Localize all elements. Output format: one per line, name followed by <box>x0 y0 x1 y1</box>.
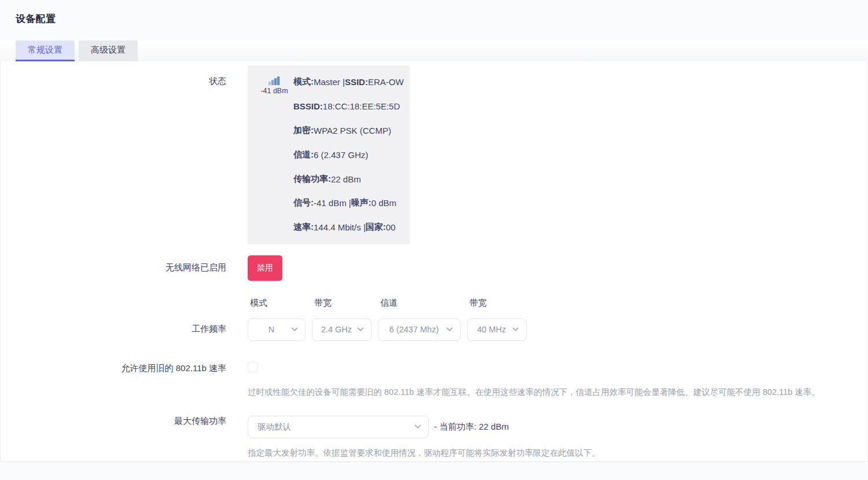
status-line-segment: 噪声: <box>351 197 372 208</box>
tx-power-select-value: 驱动默认 <box>256 422 411 433</box>
wifi-signal-icon <box>268 76 281 86</box>
frequency-select-value: 2.4 GHz <box>321 325 354 334</box>
frequency-select[interactable]: N <box>248 318 306 341</box>
status-line: 信号: -41 dBm | 噪声: 0 dBm <box>293 191 404 215</box>
legacy-rates-checkbox[interactable] <box>248 362 258 372</box>
status-detail-lines: 模式: Master | SSID: ERA-OWBSSID: 18:CC:18… <box>293 70 404 240</box>
status-line-segment: 传输功率: <box>293 174 331 185</box>
tx-power-row: 最大传输功率 驱动默认 - 当前功率: 22 dBm 指定最大发射功率。依据监管… <box>1 416 867 459</box>
disable-wireless-button[interactable]: 禁用 <box>248 255 282 281</box>
status-line: 信道: 6 (2.437 GHz) <box>293 142 404 167</box>
status-line: BSSID: 18:CC:18:EE:5E:5D <box>293 94 404 119</box>
status-line: 传输功率: 22 dBm <box>293 167 404 191</box>
chevron-down-icon <box>512 327 519 332</box>
frequency-select[interactable]: 6 (2437 Mhz) <box>378 318 461 341</box>
chevron-down-icon <box>414 424 421 429</box>
signal-strength-indicator: -41 dBm <box>255 70 293 240</box>
legacy-rates-description: 过时或性能欠佳的设备可能需要旧的 802.11b 速率才能互联。在使用这些速率的… <box>248 387 820 398</box>
legacy-rates-label: 允许使用旧的 802.11b 速率 <box>1 362 226 398</box>
chevron-down-icon <box>446 327 453 332</box>
frequency-column-header: 带宽 <box>312 298 372 309</box>
wireless-enabled-label: 无线网络已启用 <box>1 262 226 273</box>
operating-frequency-row: 工作频率 模式N带宽2.4 GHz信道6 (2437 Mhz)带宽40 MHz <box>1 298 867 341</box>
status-line-segment: 信道: <box>293 149 314 160</box>
tx-power-label: 最大传输功率 <box>1 416 226 459</box>
status-line: 加密: WPA2 PSK (CCMP) <box>293 119 404 143</box>
status-line-segment: 国家: <box>366 222 386 233</box>
frequency-select-value: N <box>256 325 288 334</box>
status-line-segment: 00 <box>386 222 396 232</box>
current-power-value: - 当前功率: 22 dBm <box>434 422 509 433</box>
status-line-segment: Master | <box>314 77 345 87</box>
frequency-column: 带宽40 MHz <box>467 298 527 341</box>
legacy-rates-row: 允许使用旧的 802.11b 速率 过时或性能欠佳的设备可能需要旧的 802.1… <box>1 362 867 398</box>
frequency-column: 信道6 (2437 Mhz) <box>378 298 461 341</box>
status-line-segment: 0 dBm <box>372 198 396 208</box>
status-line-segment: BSSID: <box>293 101 323 111</box>
status-line-segment: 加密: <box>293 125 314 136</box>
device-config-panel: 状态 -41 dBm 模式: Master | SSID: ERA-OWBSSI… <box>0 61 868 462</box>
status-line-segment: -41 dBm | <box>314 198 351 208</box>
operating-frequency-label: 工作频率 <box>1 324 226 341</box>
frequency-column: 带宽2.4 GHz <box>312 298 372 341</box>
frequency-column-header: 模式 <box>248 298 306 309</box>
frequency-select-value: 40 MHz <box>476 325 509 334</box>
status-line: 模式: Master | SSID: ERA-OW <box>293 70 404 94</box>
tab-advanced-settings[interactable]: 高级设置 <box>79 41 138 61</box>
tx-power-select[interactable]: 驱动默认 <box>248 416 429 438</box>
status-line-segment: SSID: <box>345 77 368 87</box>
tx-power-description: 指定最大发射功率。依据监管要求和使用情况，驱动程序可能将实际发射功率限定在此值以… <box>248 448 600 459</box>
status-label: 状态 <box>1 65 226 244</box>
page-title: 设备配置 <box>0 0 868 25</box>
status-line-segment: WPA2 PSK (CCMP) <box>314 126 391 135</box>
frequency-column-header: 带宽 <box>467 298 527 309</box>
status-line-segment: 速率: <box>293 222 314 233</box>
status-line: 速率: 144.4 Mbit/s | 国家: 00 <box>293 215 404 240</box>
wireless-enabled-row: 无线网络已启用 禁用 <box>1 255 867 281</box>
status-line-segment: ERA-OW <box>368 77 404 87</box>
status-line-segment: 22 dBm <box>331 174 361 184</box>
chevron-down-icon <box>291 327 298 332</box>
frequency-column: 模式N <box>248 298 306 341</box>
frequency-select[interactable]: 40 MHz <box>467 318 527 341</box>
status-line-segment: 144.4 Mbit/s | <box>314 222 366 232</box>
status-line-segment: 6 (2.437 GHz) <box>314 150 368 160</box>
frequency-selectors: 模式N带宽2.4 GHz信道6 (2437 Mhz)带宽40 MHz <box>248 298 527 341</box>
status-line-segment: 模式: <box>293 76 314 87</box>
status-row: 状态 -41 dBm 模式: Master | SSID: ERA-OWBSSI… <box>1 61 867 244</box>
tab-general-settings[interactable]: 常规设置 <box>16 41 75 61</box>
status-line-segment: 信号: <box>293 197 314 208</box>
signal-dbm-value: -41 dBm <box>255 87 293 95</box>
frequency-select[interactable]: 2.4 GHz <box>312 318 372 341</box>
frequency-column-header: 信道 <box>378 298 461 309</box>
tab-bar: 常规设置 高级设置 <box>0 41 868 61</box>
wireless-status-box: -41 dBm 模式: Master | SSID: ERA-OWBSSID: … <box>248 65 410 244</box>
status-line-segment: 18:CC:18:EE:5E:5D <box>323 101 400 111</box>
chevron-down-icon <box>357 327 364 332</box>
frequency-select-value: 6 (2437 Mhz) <box>387 325 443 334</box>
